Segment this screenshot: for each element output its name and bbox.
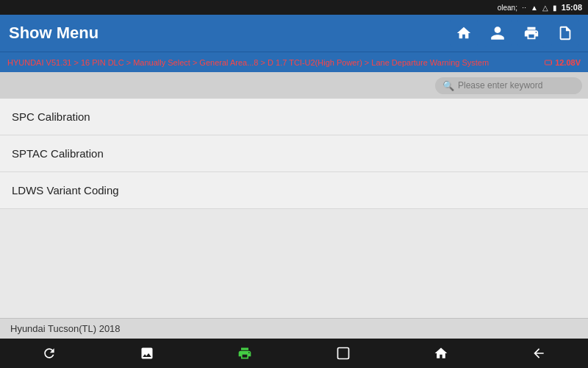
page-title: Show Menu [9, 24, 444, 43]
menu-list: SPC Calibration SPTAC Calibration LDWS V… [0, 99, 588, 209]
battery-icon: ▮ [553, 4, 557, 12]
search-bar: 🔍 [0, 72, 588, 99]
square-nav-button[interactable] [329, 339, 358, 368]
home-button[interactable] [450, 19, 478, 47]
user-button[interactable] [484, 19, 512, 47]
bottom-nav [0, 339, 588, 368]
print-nav-button[interactable] [230, 339, 259, 368]
menu-item-spc[interactable]: SPC Calibration [0, 99, 588, 135]
search-icon: 🔍 [442, 80, 454, 91]
breadcrumb-voltage: 12.08V [544, 58, 581, 67]
home-nav-button[interactable] [426, 339, 456, 368]
signal-icon: ▲ [531, 4, 538, 12]
export-button[interactable] [551, 19, 579, 47]
status-time: 15:08 [562, 3, 582, 12]
svg-rect-0 [545, 60, 552, 65]
search-input[interactable] [458, 80, 575, 91]
print-button[interactable] [517, 19, 545, 47]
search-wrapper: 🔍 [435, 77, 582, 94]
device-info: Hyundai Tucson(TL) 2018 [10, 323, 121, 334]
menu-item-sptac[interactable]: SPTAC Calibration [0, 135, 588, 172]
footer-info: Hyundai Tucson(TL) 2018 [0, 318, 588, 339]
svg-rect-1 [551, 61, 553, 63]
bluetooth-icon: ⋅⋅ [522, 4, 526, 12]
breadcrumb: HYUNDAI V51.31 > 16 PIN DLC > Manually S… [0, 52, 588, 72]
wifi-icon: △ [542, 4, 548, 12]
breadcrumb-text: HYUNDAI V51.31 > 16 PIN DLC > Manually S… [7, 58, 489, 67]
gallery-nav-button[interactable] [132, 339, 162, 368]
back-nav-button[interactable] [524, 339, 553, 368]
svg-rect-2 [337, 348, 348, 359]
refresh-nav-button[interactable] [35, 339, 64, 368]
bluetooth-icon: olean; [498, 4, 517, 12]
menu-item-ldws[interactable]: LDWS Variant Coding [0, 172, 588, 209]
status-bar: olean; ⋅⋅ ▲ △ ▮ 15:08 [0, 0, 588, 15]
header: Show Menu [0, 15, 588, 52]
